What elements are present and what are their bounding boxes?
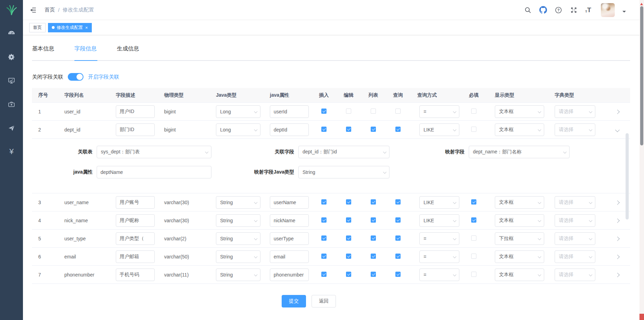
query-checkbox-checked[interactable] xyxy=(395,217,401,223)
expand-row-icon[interactable] xyxy=(615,110,620,114)
display-type-select[interactable]: 文本框 xyxy=(495,196,544,209)
edit-checkbox-checked[interactable] xyxy=(346,199,351,205)
tag-active-1[interactable]: 修改生成配置 × xyxy=(48,23,92,32)
submit-button[interactable]: 提交 xyxy=(282,295,306,307)
required-checkbox[interactable] xyxy=(471,254,476,259)
list-checkbox-checked[interactable] xyxy=(371,272,376,277)
display-type-select[interactable]: 文本框 xyxy=(495,214,544,227)
breadcrumb-home[interactable]: 首页 xyxy=(45,7,55,13)
user-avatar[interactable] xyxy=(601,3,615,17)
relation-field-select[interactable]: dept_id：部门id xyxy=(298,146,389,158)
help-icon[interactable]: ? xyxy=(555,6,562,14)
dict-type-select[interactable]: 请选择 xyxy=(555,232,595,245)
java-field-input[interactable]: phonenumber xyxy=(270,269,309,281)
sidebar-collapse-icon[interactable] xyxy=(29,6,37,14)
query-checkbox-checked[interactable] xyxy=(395,127,401,132)
query-mode-select[interactable]: LIKE xyxy=(419,123,459,136)
tab-1[interactable]: 字段信息 xyxy=(74,42,97,60)
mapping-field-select[interactable]: dept_name：部门名称 xyxy=(469,146,570,158)
avatar-caret-icon[interactable] xyxy=(622,11,626,14)
scrollbar-up-arrow[interactable] xyxy=(640,1,643,5)
insert-checkbox-checked[interactable] xyxy=(321,235,327,241)
query-mode-select[interactable]: = xyxy=(419,232,459,245)
sidebar-item-pay-yen-icon[interactable]: ¥ xyxy=(8,148,15,155)
back-button[interactable]: 返回 xyxy=(312,295,336,307)
scrollbar-down-button[interactable] xyxy=(639,314,644,320)
expand-row-icon[interactable] xyxy=(615,255,620,259)
display-type-select[interactable]: 文本框 xyxy=(495,123,544,136)
required-checkbox[interactable] xyxy=(471,127,476,132)
java-type-select[interactable]: String xyxy=(216,232,260,245)
insert-checkbox-checked[interactable] xyxy=(321,199,327,205)
edit-checkbox-checked[interactable] xyxy=(346,272,351,277)
list-checkbox-checked[interactable] xyxy=(371,254,376,259)
relation-table-select[interactable]: sys_dept：部门表 xyxy=(97,146,211,158)
required-checkbox[interactable] xyxy=(471,272,476,277)
display-type-select[interactable]: 下拉框 xyxy=(495,232,544,245)
display-type-select[interactable]: 文本框 xyxy=(495,250,544,263)
desc-input[interactable]: 用户账号 xyxy=(116,196,155,209)
font-size-icon[interactable]: тT xyxy=(585,7,591,13)
insert-checkbox-checked[interactable] xyxy=(321,217,327,223)
relation-toggle-switch[interactable] xyxy=(68,73,83,81)
edit-checkbox-checked[interactable] xyxy=(346,235,351,241)
mapping-java-type-select[interactable]: String xyxy=(298,166,389,178)
tab-2[interactable]: 生成信息 xyxy=(117,42,139,60)
dict-type-select[interactable]: 请选择 xyxy=(555,250,595,263)
java-field-input[interactable]: userName xyxy=(270,196,309,209)
query-checkbox[interactable] xyxy=(395,109,401,114)
insert-checkbox-checked[interactable] xyxy=(321,127,327,132)
required-checkbox[interactable] xyxy=(471,235,476,241)
dict-type-select[interactable]: 请选择 xyxy=(555,214,595,227)
java-type-select[interactable]: String xyxy=(216,269,260,281)
tag-close-icon[interactable]: × xyxy=(85,25,88,30)
sidebar-item-system-gear-icon[interactable] xyxy=(8,53,15,61)
required-checkbox-checked[interactable] xyxy=(471,199,476,205)
dict-type-select[interactable]: 请选择 xyxy=(555,123,595,136)
edit-checkbox-checked[interactable] xyxy=(346,217,351,223)
desc-input[interactable]: 用户昵称 xyxy=(116,214,155,227)
desc-input[interactable]: 用户ID xyxy=(116,105,155,118)
github-icon[interactable] xyxy=(539,6,547,14)
java-type-select[interactable]: String xyxy=(216,214,260,227)
insert-checkbox-checked[interactable] xyxy=(321,254,327,259)
desc-input[interactable]: 用户邮箱 xyxy=(116,250,155,263)
query-mode-select[interactable]: = xyxy=(419,250,459,263)
insert-checkbox-checked[interactable] xyxy=(321,109,327,114)
scrollbar-thumb[interactable] xyxy=(640,6,643,145)
query-checkbox-checked[interactable] xyxy=(395,272,401,277)
expand-row-icon[interactable] xyxy=(615,237,620,241)
table-scrollbar-thumb[interactable] xyxy=(626,133,629,219)
java-field-input[interactable]: email xyxy=(270,250,309,263)
expand-row-icon[interactable] xyxy=(615,200,620,205)
sidebar-item-dashboard-icon[interactable] xyxy=(8,30,15,37)
java-field-input[interactable]: nickName xyxy=(270,214,309,227)
sidebar-item-guide-plane-icon[interactable] xyxy=(8,124,15,132)
list-checkbox-checked[interactable] xyxy=(371,199,376,205)
search-icon[interactable] xyxy=(524,6,532,14)
dict-type-select[interactable]: 请选择 xyxy=(555,196,595,209)
desc-input[interactable]: 用户类型（ xyxy=(116,232,155,245)
query-checkbox-checked[interactable] xyxy=(395,199,401,205)
java-field-input[interactable]: userId xyxy=(270,105,309,118)
dict-type-select[interactable]: 请选择 xyxy=(555,269,595,281)
query-mode-select[interactable]: LIKE xyxy=(419,196,459,209)
desc-input[interactable]: 手机号码 xyxy=(116,269,155,281)
page-scrollbar[interactable] xyxy=(639,0,644,320)
list-checkbox-checked[interactable] xyxy=(371,235,376,241)
expand-row-icon[interactable] xyxy=(615,273,620,277)
list-checkbox-checked[interactable] xyxy=(371,217,376,223)
required-checkbox-checked[interactable] xyxy=(471,217,476,223)
java-type-select[interactable]: Long xyxy=(216,123,260,136)
query-mode-select[interactable]: = xyxy=(419,105,459,118)
display-type-select[interactable]: 文本框 xyxy=(495,269,544,281)
edit-checkbox-checked[interactable] xyxy=(346,254,351,259)
edit-checkbox-checked[interactable] xyxy=(346,127,351,132)
java-type-select[interactable]: String xyxy=(216,250,260,263)
java-type-select[interactable]: Long xyxy=(216,105,260,118)
sidebar-item-monitor-icon[interactable] xyxy=(8,77,15,85)
expand-row-icon[interactable] xyxy=(615,218,620,223)
dict-type-select[interactable]: 请选择 xyxy=(555,105,595,118)
collapse-row-icon[interactable] xyxy=(615,128,620,132)
java-type-select[interactable]: String xyxy=(216,196,260,209)
